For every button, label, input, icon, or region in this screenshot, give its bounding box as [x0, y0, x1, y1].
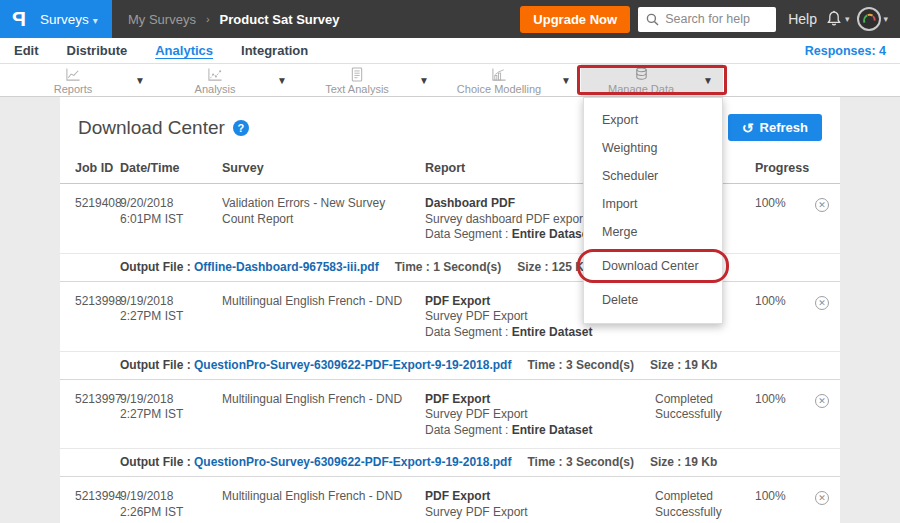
download-center-panel: Download Center ? ↺ Refresh Job ID Date/…: [60, 97, 840, 523]
reports-button[interactable]: Reports: [13, 65, 133, 95]
help-link[interactable]: Help: [788, 11, 817, 27]
refresh-icon: ↺: [742, 121, 754, 135]
topbar-actions: Upgrade Now Help ▾: [520, 0, 900, 38]
line-chart-icon: [65, 67, 81, 82]
cell-job-id: 5213998: [75, 282, 120, 351]
menu-item-import[interactable]: Import: [584, 190, 722, 218]
col-header-progress: Progress: [755, 153, 815, 183]
tab-analytics[interactable]: Analytics: [155, 43, 213, 58]
cell-survey: Validation Errors - New Survey Count Rep…: [222, 184, 425, 253]
breadcrumb-my-surveys[interactable]: My Surveys: [128, 12, 196, 27]
table-row: 5213997 9/19/2018 2:27PM IST Multilingua…: [60, 380, 840, 478]
table-row: 5213998 9/19/2018 2:27PM IST Multilingua…: [60, 282, 840, 380]
manage-data-menu: Export Weighting Scheduler Import Merge …: [583, 97, 723, 324]
cell-job-id: 5219408: [75, 184, 120, 253]
job-row: 5213998 9/19/2018 2:27PM IST Multilingua…: [60, 282, 840, 351]
analysis-button[interactable]: Analysis: [155, 65, 275, 95]
cell-progress: 100%: [755, 184, 815, 253]
search-input[interactable]: [665, 12, 768, 26]
cell-progress: 100%: [755, 380, 815, 449]
toolbar-label: Reports: [54, 83, 93, 95]
cell-actions: ✕: [815, 282, 840, 351]
col-header-datetime: Date/Time: [120, 153, 222, 183]
output-file-link[interactable]: QuestionPro-Survey-6309622-PDF-Export-9-…: [194, 358, 511, 372]
table-header-row: Job ID Date/Time Survey Report Progress: [60, 153, 840, 184]
bell-icon: [825, 10, 843, 28]
table-row: 5213994 9/19/2018 2:26PM IST Multilingua…: [60, 477, 840, 523]
surveys-menu-label: Surveys: [40, 12, 89, 27]
cell-survey: Multilingual English French - DND: [222, 477, 425, 523]
tab-edit[interactable]: Edit: [14, 43, 39, 58]
menu-item-label: Download Center: [602, 252, 699, 280]
surveys-menu[interactable]: Surveys▾: [40, 12, 98, 27]
database-icon: [634, 67, 649, 82]
menu-item-delete[interactable]: Delete: [584, 286, 722, 314]
scatter-chart-icon: [207, 67, 223, 82]
survey-nav: Edit Distribute Analytics Integration Re…: [0, 38, 900, 63]
cancel-job-icon[interactable]: ✕: [815, 198, 829, 212]
output-size: Size : 19 Kb: [650, 455, 717, 469]
output-file-row: Output File : Offline-Dashboard-967583-i…: [60, 253, 840, 281]
menu-item-merge[interactable]: Merge: [584, 218, 722, 246]
manage-data-button[interactable]: Manage Data: [581, 65, 701, 95]
cell-datetime: 9/19/2018 2:27PM IST: [120, 380, 222, 449]
output-file-row: Output File : QuestionPro-Survey-6309622…: [60, 448, 840, 476]
chevron-down-icon: ▾: [845, 14, 850, 24]
report-desc: Survey PDF Export: [425, 407, 647, 423]
cell-report: PDF Export Survey PDF Export Data Segmen…: [425, 380, 655, 449]
app-window: P Surveys▾ My Surveys › Product Sat Surv…: [0, 0, 900, 523]
cancel-job-icon[interactable]: ✕: [815, 296, 829, 310]
output-file-link[interactable]: Offline-Dashboard-967583-iii.pdf: [194, 260, 379, 274]
cell-report: PDF Export Survey PDF Export Data Segmen…: [425, 477, 655, 523]
cancel-job-icon[interactable]: ✕: [815, 491, 829, 505]
brand-area: P Surveys▾: [0, 0, 112, 38]
toolbar-group-text-analysis: Text Analysis ▼: [297, 64, 439, 96]
notifications-button[interactable]: ▾: [825, 10, 850, 28]
chevron-down-icon[interactable]: ▼: [559, 75, 581, 86]
cell-status: Completed Successfully: [655, 380, 755, 449]
cancel-job-icon[interactable]: ✕: [815, 394, 829, 408]
account-menu-button[interactable]: ▾: [857, 7, 888, 31]
chevron-down-icon: ▾: [883, 14, 888, 24]
output-file-row: Output File : QuestionPro-Survey-6309622…: [60, 351, 840, 379]
chevron-down-icon[interactable]: ▼: [133, 75, 155, 86]
help-icon[interactable]: ?: [233, 120, 249, 136]
tab-distribute[interactable]: Distribute: [67, 43, 128, 58]
data-segment: Data Segment : Entire Dataset: [425, 325, 647, 341]
refresh-button[interactable]: ↺ Refresh: [728, 114, 822, 141]
breadcrumb-separator-icon: ›: [206, 13, 210, 25]
upgrade-now-button[interactable]: Upgrade Now: [520, 6, 630, 33]
toolbar-label: Analysis: [195, 83, 236, 95]
col-header-job-id: Job ID: [75, 153, 120, 183]
cell-datetime: 9/20/2018 6:01PM IST: [120, 184, 222, 253]
cell-survey: Multilingual English French - DND: [222, 380, 425, 449]
document-icon: [350, 67, 364, 82]
gauge-icon: [860, 10, 878, 28]
output-time: Time : 1 Second(s): [395, 260, 501, 274]
toolbar-group-manage-data: Manage Data ▼: [581, 64, 723, 96]
top-bar: P Surveys▾ My Surveys › Product Sat Surv…: [0, 0, 900, 38]
breadcrumb: My Surveys › Product Sat Survey: [128, 0, 340, 38]
chevron-down-icon[interactable]: ▼: [275, 75, 297, 86]
output-size: Size : 125 Kb: [517, 260, 591, 274]
analytics-toolbar: Reports ▼ Analysis ▼ Text Analysis ▼ Cho…: [0, 63, 900, 97]
col-header-survey: Survey: [222, 153, 425, 183]
menu-item-export[interactable]: Export: [584, 106, 722, 134]
job-row: 5213997 9/19/2018 2:27PM IST Multilingua…: [60, 380, 840, 449]
toolbar-group-reports: Reports ▼: [13, 64, 155, 96]
cell-datetime: 9/19/2018 2:27PM IST: [120, 282, 222, 351]
menu-item-scheduler[interactable]: Scheduler: [584, 162, 722, 190]
output-file-link[interactable]: QuestionPro-Survey-6309622-PDF-Export-9-…: [194, 455, 511, 469]
toolbar-label: Text Analysis: [325, 83, 389, 95]
chevron-down-icon[interactable]: ▼: [417, 75, 439, 86]
choice-modelling-button[interactable]: Choice Modelling: [439, 65, 559, 95]
chevron-down-icon[interactable]: ▼: [701, 75, 723, 86]
cell-actions: ✕: [815, 184, 840, 253]
output-time: Time : 3 Second(s): [527, 455, 633, 469]
menu-item-weighting[interactable]: Weighting: [584, 134, 722, 162]
tab-integration[interactable]: Integration: [241, 43, 308, 58]
menu-item-download-center[interactable]: Download Center: [584, 246, 722, 286]
text-analysis-button[interactable]: Text Analysis: [297, 65, 417, 95]
chevron-down-icon: ▾: [93, 15, 98, 26]
toolbar-group-analysis: Analysis ▼: [155, 64, 297, 96]
